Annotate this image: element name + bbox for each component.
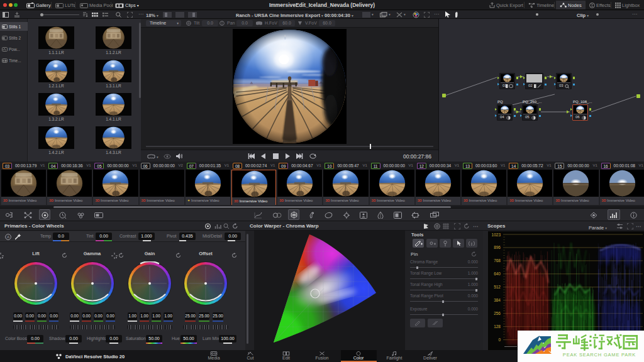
svg-text:128: 128	[494, 324, 501, 329]
svg-text:A: A	[7, 235, 9, 239]
svg-text:384: 384	[494, 298, 501, 302]
svg-text:1023: 1023	[492, 233, 501, 237]
svg-text:640: 640	[494, 272, 501, 276]
svg-text:768: 768	[494, 258, 501, 263]
svg-text:896: 896	[494, 245, 501, 250]
svg-text:256: 256	[494, 311, 501, 315]
svg-text:512: 512	[494, 285, 501, 289]
svg-text:0: 0	[498, 337, 501, 342]
